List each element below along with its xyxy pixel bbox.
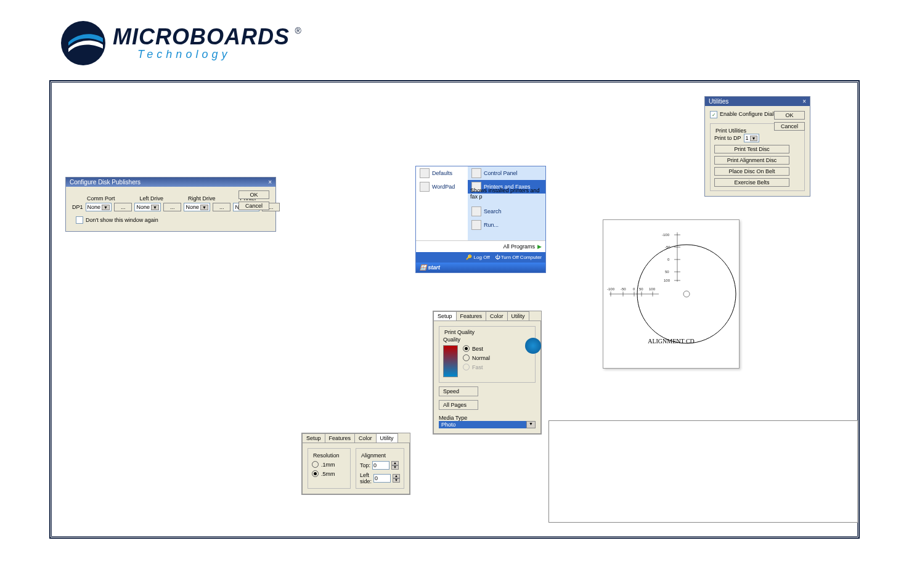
brand-subtitle: Technology (137, 48, 301, 61)
svg-text:-50: -50 (621, 287, 626, 291)
chevron-right-icon: ▶ (537, 243, 542, 250)
res-1mm-label: .1mm (321, 462, 335, 468)
utilities-titlebar: Utilities × (705, 97, 810, 106)
media-type-dropdown[interactable]: Photo▼ (439, 421, 536, 428)
svg-text:100: 100 (664, 279, 671, 282)
tab-features[interactable]: Features (456, 311, 487, 321)
wordpad-icon (420, 182, 430, 192)
defaults-item[interactable]: Defaults (416, 166, 468, 180)
right-browse[interactable]: ... (213, 203, 231, 211)
comm-dropdown[interactable]: None▼ (86, 203, 112, 211)
quality-label: Quality (443, 337, 531, 343)
place-disc-button[interactable]: Place Disc On Belt (714, 167, 789, 176)
search-item[interactable]: Search (468, 205, 545, 218)
configure-title: Configure Disk Publishers (70, 179, 141, 186)
enable-checkbox[interactable]: ✓ (710, 111, 717, 118)
ok-button[interactable]: OK (238, 190, 269, 199)
alignment-cd-diagram: -100 -50 0 50 100 -100 -50 0 50 100 ALIG… (603, 219, 740, 369)
turnoff-button[interactable]: ⏻ Turn Off Computer (495, 255, 542, 260)
right-dropdown[interactable]: None▼ (184, 203, 210, 211)
svg-text:-100: -100 (607, 287, 615, 291)
allpages-button[interactable]: All Pages (439, 400, 478, 410)
media-type-label: Media Type (439, 415, 536, 421)
control-panel-icon (471, 168, 481, 178)
col-right: Right Drive (188, 195, 216, 202)
svg-text:0: 0 (633, 287, 635, 291)
print-utilities-legend: Print Utilities (714, 128, 748, 134)
printto-dropdown[interactable]: 1▼ (744, 134, 760, 142)
svg-point-2 (683, 291, 690, 297)
tab-setup[interactable]: Setup (433, 311, 457, 321)
quality-gauge-icon (443, 345, 458, 377)
speed-button[interactable]: Speed (439, 386, 478, 396)
col-left: Left Drive (140, 195, 164, 202)
registered-mark: ® (295, 26, 301, 36)
svg-text:0: 0 (667, 258, 670, 261)
fast-label: Fast (472, 364, 483, 370)
start-menu: Defaults WordPad Control Panel Printers … (415, 166, 546, 273)
comm-browse[interactable]: ... (114, 203, 132, 211)
fast-radio (463, 364, 470, 370)
taskbar: 🪟 start (416, 263, 545, 272)
brand-name: MICROBOARDS (113, 24, 290, 49)
dontshow-checkbox[interactable] (76, 216, 83, 224)
left-spinner[interactable]: ▲▼ (393, 474, 400, 483)
resolution-legend: Resolution (312, 452, 341, 459)
left-label: Left side: (360, 472, 372, 484)
print-test-button[interactable]: Print Test Disc (714, 145, 789, 153)
top-input[interactable] (372, 461, 389, 470)
svg-text:50: 50 (665, 270, 669, 274)
top-spinner[interactable]: ▲▼ (391, 461, 399, 470)
tab-utility[interactable]: Utility (507, 311, 529, 321)
left-dropdown[interactable]: None▼ (134, 203, 160, 211)
ok-button[interactable]: OK (774, 111, 805, 120)
utilities-title: Utilities (709, 98, 728, 105)
brand-logo: MICROBOARDS ® Technology (59, 18, 301, 68)
svg-text:100: 100 (649, 287, 656, 291)
search-icon (471, 206, 481, 216)
exercise-belts-button[interactable]: Exercise Belts (714, 178, 789, 187)
res-5mm-label: .5mm (321, 471, 335, 477)
logoff-button[interactable]: 🔑 Log Off (466, 255, 489, 260)
printers-tooltip: Shows installed printers and fax p (470, 187, 545, 200)
tab-color[interactable]: Color (486, 311, 508, 321)
res-5mm-radio[interactable] (312, 470, 319, 477)
run-icon (471, 220, 481, 230)
print-alignment-button[interactable]: Print Alignment Disc (714, 156, 789, 165)
printer-prefs-setup: Setup Features Color Utility Print Quali… (433, 311, 542, 435)
all-programs[interactable]: All Programs ▶ (416, 240, 545, 252)
normal-radio[interactable] (463, 354, 470, 361)
configure-titlebar: Configure Disk Publishers × (66, 178, 275, 187)
alignment-cd-label: ALIGNMENT CD (603, 338, 739, 345)
svg-text:-50: -50 (665, 245, 671, 249)
tab-features[interactable]: Features (325, 433, 356, 443)
microboards-swirl-icon (525, 338, 541, 354)
defaults-icon (420, 168, 430, 178)
tab-setup[interactable]: Setup (302, 433, 325, 443)
empty-panel (548, 420, 858, 523)
cancel-button[interactable]: Cancel (774, 122, 805, 131)
configure-dialog: Configure Disk Publishers × OK Cancel Co… (65, 177, 276, 232)
utilities-dialog: Utilities × OK Cancel ✓ Enable Configure… (704, 96, 810, 197)
cancel-button[interactable]: Cancel (238, 202, 269, 210)
wordpad-item[interactable]: WordPad (416, 180, 468, 194)
svg-text:-100: -100 (662, 233, 670, 237)
close-icon[interactable]: × (268, 179, 272, 186)
control-panel-item[interactable]: Control Panel (468, 166, 545, 180)
start-button[interactable]: 🪟 start (420, 264, 440, 271)
res-1mm-radio[interactable] (312, 461, 319, 468)
svg-text:50: 50 (639, 287, 643, 291)
alignment-legend: Alignment (360, 452, 387, 459)
close-icon[interactable]: × (802, 98, 806, 105)
tab-color[interactable]: Color (354, 433, 377, 443)
top-label: Top: (360, 462, 370, 468)
left-input[interactable] (373, 474, 391, 483)
printto-label: Print to DP (714, 135, 741, 141)
swoosh-icon (59, 18, 108, 68)
tab-utility[interactable]: Utility (376, 433, 398, 443)
printer-prefs-utility: Setup Features Color Utility Resolution … (301, 433, 410, 495)
run-item[interactable]: Run... (468, 218, 545, 232)
best-radio[interactable] (463, 345, 470, 352)
left-browse[interactable]: ... (163, 203, 182, 211)
best-label: Best (472, 346, 483, 352)
